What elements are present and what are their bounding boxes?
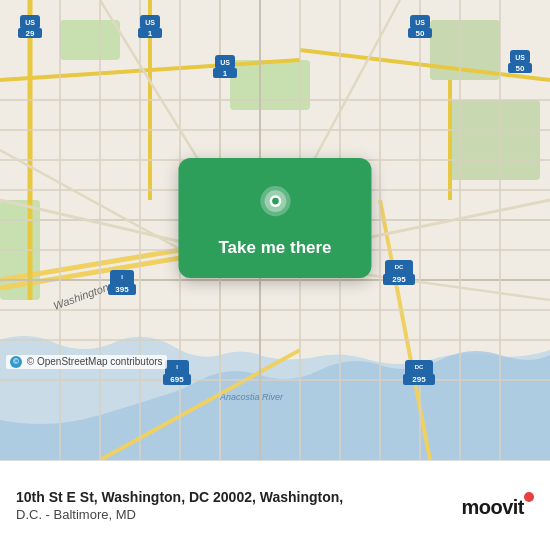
map-view: US 29 US 1 US 1 US 50 US 50 I [0, 0, 550, 460]
svg-rect-1 [230, 60, 310, 110]
svg-text:1: 1 [148, 29, 153, 38]
svg-text:US: US [145, 19, 155, 26]
svg-point-84 [272, 198, 279, 205]
address-block: 10th St E St, Washington, DC 20002, Wash… [16, 489, 343, 522]
svg-text:1: 1 [223, 69, 228, 78]
copyright-icon: © [10, 356, 22, 368]
svg-text:295: 295 [392, 275, 406, 284]
moovit-logo: moovit [461, 492, 534, 519]
location-pin-icon [254, 186, 296, 228]
take-me-there-button[interactable]: Take me there [178, 158, 371, 278]
moovit-brand-text: moovit [461, 492, 534, 519]
svg-text:DC: DC [415, 364, 424, 370]
app-container: US 29 US 1 US 1 US 50 US 50 I [0, 0, 550, 550]
svg-rect-4 [450, 100, 540, 180]
cta-label: Take me there [218, 238, 331, 258]
svg-text:295: 295 [412, 375, 426, 384]
svg-text:50: 50 [516, 64, 525, 73]
address-line1: 10th St E St, Washington, DC 20002, Wash… [16, 489, 343, 505]
svg-text:50: 50 [416, 29, 425, 38]
moovit-text-label: moovit [461, 496, 524, 518]
moovit-dot-icon [524, 492, 534, 502]
svg-text:Anacostia River: Anacostia River [219, 392, 284, 402]
svg-text:US: US [515, 54, 525, 61]
bottom-bar: 10th St E St, Washington, DC 20002, Wash… [0, 460, 550, 550]
svg-text:695: 695 [170, 375, 184, 384]
svg-rect-2 [60, 20, 120, 60]
osm-credit: © © OpenStreetMap contributors [6, 355, 167, 369]
svg-text:US: US [25, 19, 35, 26]
svg-text:395: 395 [115, 285, 129, 294]
svg-text:DC: DC [395, 264, 404, 270]
svg-text:29: 29 [26, 29, 35, 38]
svg-text:US: US [415, 19, 425, 26]
address-line2: D.C. - Baltimore, MD [16, 507, 343, 522]
svg-text:US: US [220, 59, 230, 66]
